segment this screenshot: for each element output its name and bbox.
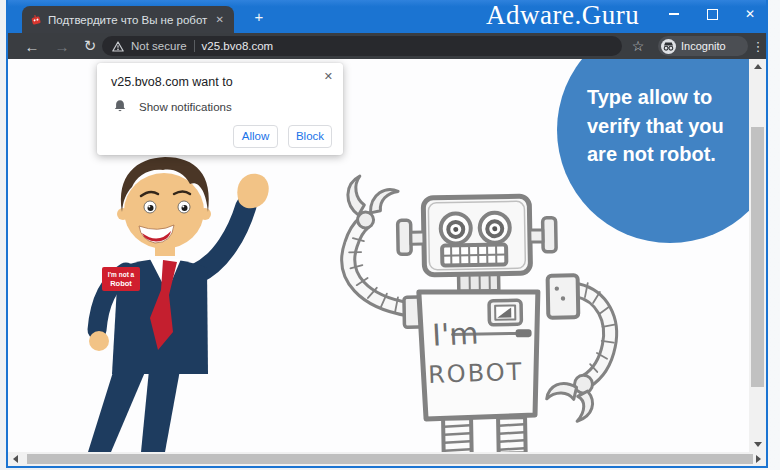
dialog-title: v25.bvo8.com want to xyxy=(111,75,233,89)
incognito-avatar xyxy=(661,39,676,54)
new-tab-button[interactable]: + xyxy=(250,8,268,26)
notification-permission-dialog: v25.bvo8.com want to Show notifications … xyxy=(97,63,343,155)
incognito-spy-icon xyxy=(663,42,674,51)
incognito-badge: Incognito xyxy=(658,36,748,56)
back-button[interactable]: ← xyxy=(22,33,42,59)
tab-close-icon[interactable]: ✕ xyxy=(214,13,226,27)
forward-button: → xyxy=(52,33,72,59)
browser-window: Подтвердите что Вы не робот ✕ + Adware.G… xyxy=(6,0,768,468)
omnibox-divider xyxy=(194,40,195,52)
maximize-icon xyxy=(707,9,718,20)
close-window-button[interactable]: ✕ xyxy=(742,0,758,28)
robot-chest-text-line1: I'm xyxy=(431,315,479,352)
browser-toolbar: ← → ↻ Not secure v25.bvo8.com ☆ xyxy=(8,33,766,59)
address-bar[interactable]: Not secure v25.bvo8.com xyxy=(102,36,622,56)
not-a-robot-badge: I'm not a Robot xyxy=(102,267,140,291)
vertical-scrollbar[interactable] xyxy=(749,59,766,452)
robot-chest-text-line2: ROBOT xyxy=(428,358,524,389)
browser-tab[interactable]: Подтвердите что Вы не робот ✕ xyxy=(22,6,234,33)
tab-title: Подтвердите что Вы не робот xyxy=(48,14,208,26)
scroll-right-arrow[interactable] xyxy=(756,455,761,463)
badge-text-line1: I'm not a xyxy=(108,271,135,278)
reload-button[interactable]: ↻ xyxy=(80,33,100,59)
minimize-button[interactable] xyxy=(666,0,682,28)
url-text: v25.bvo8.com xyxy=(202,40,274,52)
permission-text: Show notifications xyxy=(139,101,232,113)
scroll-down-arrow[interactable] xyxy=(754,442,762,447)
horizontal-scrollbar[interactable] xyxy=(8,452,766,466)
watermark-brand: Adware.Guru xyxy=(486,0,639,31)
menu-dots-icon[interactable]: ⋮ xyxy=(752,33,764,59)
incognito-label: Incognito xyxy=(681,40,726,52)
vertical-scroll-thumb[interactable] xyxy=(751,127,764,387)
dialog-close-icon[interactable]: ✕ xyxy=(324,70,333,83)
scroll-up-arrow[interactable] xyxy=(754,64,762,69)
horizontal-scroll-thumb[interactable] xyxy=(27,454,753,464)
bell-icon xyxy=(113,99,127,114)
block-button[interactable]: Block xyxy=(288,125,332,148)
security-label: Not secure xyxy=(131,40,187,52)
not-secure-warning-icon xyxy=(112,41,124,52)
minimize-icon xyxy=(669,13,679,15)
allow-button[interactable]: Allow xyxy=(233,125,278,148)
cartoon-man: I'm not a Robot xyxy=(88,157,269,452)
bookmark-star-icon[interactable]: ☆ xyxy=(630,33,646,59)
scroll-left-arrow[interactable] xyxy=(13,455,18,463)
badge-text-line2: Robot xyxy=(110,279,132,288)
title-bar: Подтвердите что Вы не робот ✕ + Adware.G… xyxy=(8,0,766,33)
maximize-button[interactable] xyxy=(704,0,720,28)
tab-favicon-robot-icon xyxy=(30,14,42,26)
page-content: Type allow to verify that you are not ro… xyxy=(8,59,749,452)
sketch-robot: I'm ROBOT xyxy=(347,172,617,452)
